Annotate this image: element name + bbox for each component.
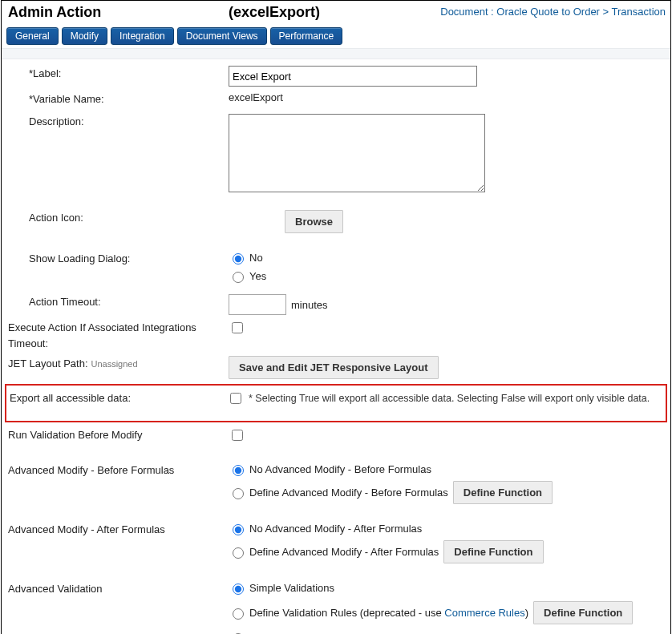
adv-before-define-function-button[interactable]: Define Function [453, 481, 553, 504]
tab-performance[interactable]: Performance [270, 27, 343, 45]
export-all-checkbox[interactable] [230, 393, 241, 404]
breadcrumb-link-transaction[interactable]: Transaction [612, 6, 666, 18]
tab-general[interactable]: General [6, 27, 59, 45]
adv-after-no-option[interactable]: No Advanced Modify - After Formulas [229, 522, 544, 535]
validation-save-option[interactable]: Save Without Validating [229, 631, 633, 634]
tab-modify[interactable]: Modify [62, 27, 107, 45]
action-timeout-label: Action Timeout: [8, 294, 229, 310]
label-input[interactable] [229, 66, 477, 87]
show-loading-no-radio[interactable] [233, 253, 244, 265]
adv-after-define-function-button[interactable]: Define Function [443, 540, 543, 563]
breadcrumb-prefix: Document : [440, 6, 496, 18]
run-validation-label: Run Validation Before Modify [8, 427, 229, 443]
commerce-rules-link[interactable]: Commerce Rules [444, 607, 524, 619]
adv-before-no-radio[interactable] [233, 465, 244, 476]
adv-before-define-text: Define Advanced Modify - Before Formulas [249, 487, 448, 499]
section-divider [2, 48, 670, 59]
adv-validation-label: Advanced Validation [8, 581, 229, 597]
adv-before-define-radio[interactable] [233, 488, 244, 499]
variable-name-value: excelExport [229, 91, 283, 103]
show-loading-label: Show Loading Dialog: [8, 251, 229, 267]
validation-simple-radio[interactable] [233, 584, 244, 595]
adv-after-define-option[interactable]: Define Advanced Modify - After Formulas [229, 545, 439, 559]
description-label: Description: [8, 114, 229, 130]
action-timeout-input[interactable] [229, 294, 286, 315]
page-subtitle: (excelExport) [229, 4, 320, 21]
tab-integration[interactable]: Integration [111, 27, 174, 45]
adv-after-define-text: Define Advanced Modify - After Formulas [249, 546, 439, 558]
adv-before-define-option[interactable]: Define Advanced Modify - Before Formulas [229, 486, 448, 499]
page-title: Admin Action [8, 4, 229, 21]
validation-simple-option[interactable]: Simple Validations [229, 581, 633, 595]
breadcrumb-link-document[interactable]: Oracle Quote to Order [496, 6, 600, 18]
adv-after-no-radio[interactable] [233, 524, 244, 535]
adv-after-define-radio[interactable] [233, 547, 244, 559]
show-loading-yes-radio[interactable] [233, 272, 244, 283]
show-loading-yes-text: Yes [249, 270, 266, 282]
breadcrumb: Document : Oracle Quote to Order > Trans… [440, 4, 666, 18]
tab-bar: General Modify Integration Document View… [6, 27, 667, 45]
validation-simple-text: Simple Validations [249, 582, 334, 594]
variable-name-label: *Variable Name: [8, 91, 229, 107]
action-icon-label: Action Icon: [8, 210, 229, 226]
export-all-hint: * Selecting True will export all accessi… [249, 393, 650, 404]
validation-define-option[interactable]: Define Validation Rules (deprecated - us… [229, 606, 528, 620]
validation-define-text: Define Validation Rules (deprecated - us… [249, 607, 528, 619]
jet-path-value: Unassigned [91, 357, 138, 371]
adv-before-no-text: No Advanced Modify - Before Formulas [249, 463, 431, 475]
execute-integrations-checkbox[interactable] [232, 322, 243, 333]
label-label: *Label: [8, 66, 229, 82]
tab-document-views[interactable]: Document Views [177, 27, 267, 45]
jet-path-label: JET Layout Path: [8, 356, 88, 372]
adv-before-no-option[interactable]: No Advanced Modify - Before Formulas [229, 462, 553, 476]
browse-button[interactable]: Browse [285, 210, 343, 233]
show-loading-no-option[interactable]: No [229, 251, 266, 265]
validation-define-radio[interactable] [233, 608, 244, 620]
description-textarea[interactable] [229, 114, 485, 192]
adv-after-label: Advanced Modify - After Formulas [8, 522, 229, 538]
run-validation-checkbox[interactable] [232, 430, 243, 441]
export-all-label: Export all accessible data: [6, 390, 227, 406]
show-loading-no-text: No [249, 252, 263, 264]
execute-integrations-label: Execute Action If Associated Integration… [8, 320, 229, 351]
adv-before-label: Advanced Modify - Before Formulas [8, 462, 229, 479]
validation-define-function-button[interactable]: Define Function [533, 601, 633, 624]
breadcrumb-sep: > [600, 6, 612, 18]
adv-after-no-text: No Advanced Modify - After Formulas [249, 523, 422, 535]
save-edit-jet-button[interactable]: Save and Edit JET Responsive Layout [229, 356, 439, 379]
show-loading-yes-option[interactable]: Yes [229, 269, 266, 283]
export-all-highlight: Export all accessible data: * Selecting … [5, 384, 667, 422]
action-timeout-unit: minutes [291, 299, 328, 311]
